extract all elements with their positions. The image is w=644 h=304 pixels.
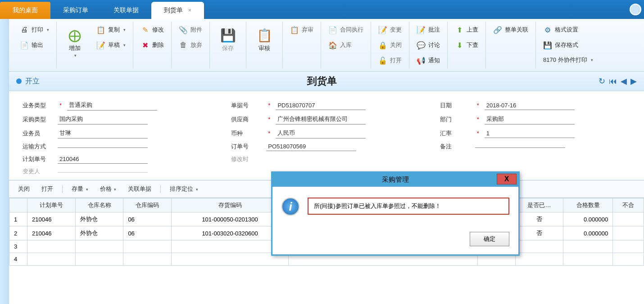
col-okqty[interactable]: 合格数量 <box>563 198 613 212</box>
planno-label: 计划单号 <box>23 155 54 163</box>
modify-button[interactable]: ✎修改 <box>138 23 167 36</box>
col-whcode[interactable]: 仓库编码 <box>123 198 172 212</box>
changer-value[interactable] <box>58 170 148 173</box>
print-button[interactable]: 🖨打印▾ <box>17 23 52 36</box>
whole-link-button[interactable]: 🔗整单关联 <box>490 23 531 36</box>
status-text: 开立 <box>25 77 40 86</box>
discard-button[interactable]: 🗑放弃 <box>176 39 205 51</box>
paperclip-icon: 📎 <box>179 25 188 34</box>
copy-button[interactable]: 📋复制▾ <box>94 23 128 36</box>
col-checked[interactable]: 是否已… <box>515 198 563 212</box>
col-planno[interactable]: 计划单号 <box>27 198 76 212</box>
prev-record-icon[interactable]: ◀ <box>621 76 627 86</box>
arrow-down-icon: ⬇ <box>455 41 464 50</box>
warehouse-icon: 🏠 <box>328 41 337 50</box>
print-template-select[interactable]: 8170 外协件打印▾ <box>540 54 596 66</box>
notify-button[interactable]: 📢通知 <box>414 54 443 67</box>
tab-bar: 我的桌面 采购订单 关联单据 到货单 × <box>0 0 644 19</box>
megaphone-icon: 📢 <box>417 56 426 65</box>
col-rownum <box>9 198 27 212</box>
tab-desktop[interactable]: 我的桌面 <box>0 2 50 19</box>
supplier-value[interactable]: 广州合锋精密机械有限公司 <box>276 114 366 124</box>
col-bad[interactable]: 不合 <box>613 198 644 212</box>
save-format-button[interactable]: 💾保存格式 <box>540 39 596 51</box>
salesman-value[interactable]: 甘琳 <box>58 128 148 138</box>
changer-label: 变更人 <box>23 167 54 175</box>
format-set-button[interactable]: ⚙格式设置 <box>540 23 596 36</box>
first-record-icon[interactable]: ⏮ <box>609 77 617 86</box>
close-doc-button[interactable]: 🔒关闭 <box>376 39 404 51</box>
change-button[interactable]: 📝变更 <box>376 23 404 36</box>
purtype-value[interactable]: 国内采购 <box>58 114 148 124</box>
dialog-ok-button[interactable]: 确定 <box>470 232 509 246</box>
status-bar: 开立 到货单 ↻ ⏮ ◀ ▶ <box>9 72 644 91</box>
approve-button[interactable]: 📝批注 <box>414 23 443 36</box>
abandon-audit-button[interactable]: 📋弃审 <box>287 23 316 36</box>
delete-button[interactable]: ✖删除 <box>138 39 167 51</box>
grid-related-button[interactable]: 关联单据 <box>125 184 154 194</box>
remark-value[interactable] <box>475 146 565 148</box>
add-button[interactable]: ⨁ 增加▾ <box>61 23 88 61</box>
biztype-value[interactable]: 普通采购 <box>67 100 157 111</box>
dept-value[interactable]: 采购部 <box>485 114 575 124</box>
tab-arrival-label: 到货单 <box>164 6 183 14</box>
chat-icon: 💬 <box>417 41 426 50</box>
next-record-icon[interactable]: ▶ <box>630 76 637 86</box>
audit-button[interactable]: 📋 审核 <box>251 23 278 56</box>
date-value[interactable]: 2018-07-16 <box>485 101 575 110</box>
dialog-title: 采购管理 <box>382 175 409 184</box>
rate-value[interactable]: 1 <box>485 129 575 138</box>
grid-close-button[interactable]: 关闭 <box>15 184 32 194</box>
close-icon[interactable]: × <box>188 7 191 14</box>
grid-sortpos-button[interactable]: 排序定位 ▾ <box>167 184 201 194</box>
pencil-icon: ✎ <box>141 25 150 34</box>
form-header: 业务类型*普通采购 单据号*PD518070707 日期*2018-07-16 … <box>9 91 644 180</box>
tab-purchase-order[interactable]: 采购订单 <box>50 2 101 19</box>
refresh-icon[interactable]: ↻ <box>599 76 605 86</box>
salesman-label: 业务员 <box>23 129 54 138</box>
export-icon: 📄 <box>20 41 29 50</box>
lookup-down-button[interactable]: ⬇下查 <box>452 39 481 51</box>
open-doc-button[interactable]: 🔓打开 <box>376 54 404 67</box>
grid-stock-button[interactable]: 存量 ▾ <box>69 184 91 194</box>
dept-label: 部门 <box>440 115 472 124</box>
copy-icon: 📋 <box>96 25 105 34</box>
transport-label: 运输方式 <box>23 143 54 151</box>
orderno-value[interactable]: PO518070569 <box>266 142 356 151</box>
planno-value[interactable]: 210046 <box>58 155 148 164</box>
transport-value[interactable] <box>58 146 148 148</box>
contract-exec-button[interactable]: 📄合同执行 <box>326 23 366 36</box>
dialog-title-bar[interactable]: 采购管理 X <box>272 173 518 187</box>
discuss-button[interactable]: 💬讨论 <box>414 39 443 51</box>
modtime-label: 修改时 <box>231 155 263 163</box>
clipboard-icon: 📋 <box>256 27 272 43</box>
export-button[interactable]: 📄输出 <box>17 39 52 51</box>
currency-value[interactable]: 人民币 <box>276 128 366 138</box>
purtype-label: 采购类型 <box>23 115 54 124</box>
docno-value[interactable]: PD518070707 <box>276 101 366 110</box>
save-button[interactable]: 💾 保存 <box>214 23 241 56</box>
grid-open-button[interactable]: 打开 <box>39 184 56 194</box>
biztype-label: 业务类型 <box>23 101 54 110</box>
tab-related-docs[interactable]: 关联单据 <box>101 2 151 19</box>
grid-price-button[interactable]: 价格 ▾ <box>97 184 119 194</box>
user-avatar[interactable] <box>630 4 641 15</box>
instock-button[interactable]: 🏠入库 <box>326 39 366 51</box>
col-whname[interactable]: 仓库名称 <box>75 198 123 212</box>
dialog-message: 所(间接)参照订单已被入库单参照过，不能删除！ <box>308 198 509 215</box>
contract-icon: 📄 <box>328 25 337 34</box>
page-title: 到货单 <box>307 74 337 88</box>
tab-arrival[interactable]: 到货单 × <box>151 2 204 19</box>
save-icon: 💾 <box>220 27 236 43</box>
dialog-close-button[interactable]: X <box>497 174 517 184</box>
arrow-up-icon: ⬆ <box>455 25 464 34</box>
draft-button[interactable]: 📝草稿▾ <box>94 39 128 51</box>
lookup-up-button[interactable]: ⬆上查 <box>452 23 481 36</box>
link-icon: 🔗 <box>493 25 502 34</box>
printer-icon: 🖨 <box>20 25 29 34</box>
attach-button[interactable]: 📎附件 <box>176 23 205 36</box>
docno-label: 单据号 <box>231 101 263 110</box>
gear-icon: ⚙ <box>543 25 552 34</box>
change-icon: 📝 <box>378 25 387 34</box>
note-icon: 📝 <box>417 25 426 34</box>
